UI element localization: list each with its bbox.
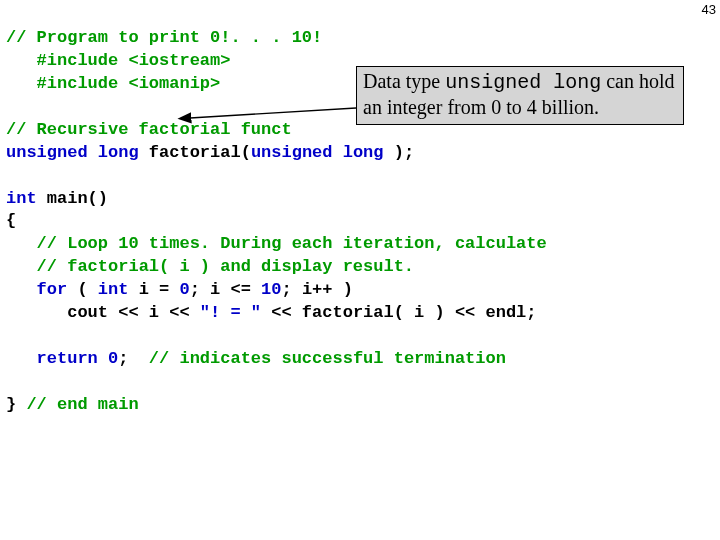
number: 0	[108, 349, 118, 368]
code-line	[6, 97, 16, 116]
code-line: return 0; // indicates successful termin…	[6, 349, 506, 368]
keyword: unsigned	[6, 143, 88, 162]
punct: ; i++ )	[281, 280, 352, 299]
identifier: main()	[47, 189, 108, 208]
code-line: // factorial( i ) and display result.	[6, 257, 414, 276]
code-line: // Recursive factorial funct	[6, 120, 292, 139]
keyword: long	[98, 143, 139, 162]
code-line: #include <iomanip>	[6, 74, 220, 93]
code-line: // Program to print 0!. . . 10!	[6, 28, 322, 47]
preprocessor: #include	[37, 74, 129, 93]
callout-box: Data type unsigned long can hold an inte…	[356, 66, 684, 125]
string: "! = "	[200, 303, 261, 322]
code-line: #include <iostream>	[6, 51, 230, 70]
preprocessor: #include	[37, 51, 129, 70]
code-line: // Loop 10 times. During each iteration,…	[6, 234, 547, 253]
header-name: <iostream>	[128, 51, 230, 70]
code-line	[6, 372, 16, 391]
identifier: factorial(	[149, 143, 251, 162]
brace: {	[6, 211, 16, 230]
code-line: {	[6, 211, 16, 230]
keyword: long	[343, 143, 384, 162]
keyword: for	[37, 280, 68, 299]
identifier: i =	[139, 280, 170, 299]
code-line: for ( int i = 0; i <= 10; i++ )	[6, 280, 353, 299]
keyword: unsigned	[251, 143, 333, 162]
code-line: cout << i << "! = " << factorial( i ) <<…	[6, 303, 537, 322]
punct: (	[77, 280, 87, 299]
punct: );	[394, 143, 414, 162]
number: 0	[179, 280, 189, 299]
code-line	[6, 326, 16, 345]
comment: // end main	[26, 395, 138, 414]
comment: // indicates successful termination	[149, 349, 506, 368]
keyword: return	[37, 349, 98, 368]
punct: ; i <=	[190, 280, 251, 299]
code-line: unsigned long factorial(unsigned long );	[6, 143, 414, 162]
header-name: <iomanip>	[128, 74, 220, 93]
page-number: 43	[702, 2, 716, 17]
punct: ;	[118, 349, 128, 368]
brace: }	[6, 395, 16, 414]
callout-text: Data type	[363, 70, 445, 92]
number: 10	[261, 280, 281, 299]
comment: // Loop 10 times. During each iteration,…	[37, 234, 547, 253]
callout-mono: unsigned long	[445, 71, 601, 94]
keyword: int	[98, 280, 129, 299]
keyword: int	[6, 189, 37, 208]
code-line: int main()	[6, 189, 108, 208]
code-line: } // end main	[6, 395, 139, 414]
comment: // factorial( i ) and display result.	[37, 257, 414, 276]
code-line	[6, 166, 16, 185]
identifier: << factorial( i ) << endl;	[271, 303, 536, 322]
comment: // Program to print 0!. . . 10!	[6, 28, 322, 47]
identifier: cout << i <<	[67, 303, 189, 322]
comment: // Recursive factorial funct	[6, 120, 292, 139]
